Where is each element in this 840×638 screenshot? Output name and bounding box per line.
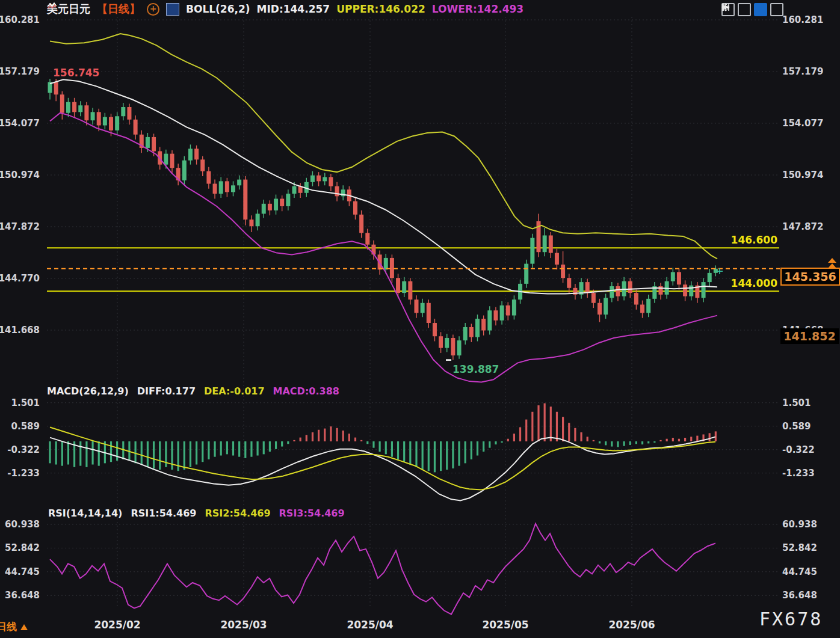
- candle: [408, 281, 412, 299]
- period-selector[interactable]: 日线: [0, 620, 28, 634]
- axis-label: 1.501: [782, 397, 811, 408]
- rsi2-value: RSI2:54.469: [205, 508, 270, 519]
- axis-label: 0.589: [11, 421, 40, 432]
- candle: [353, 201, 357, 215]
- x-axis-month-label: 2025/03: [220, 619, 267, 631]
- candle: [134, 120, 138, 135]
- scroll-to-last-icon[interactable]: [770, 3, 783, 16]
- candle: [97, 112, 101, 125]
- candle: [78, 105, 82, 112]
- candle: [451, 338, 455, 355]
- axis-label: -1.233: [782, 468, 815, 479]
- candle: [317, 176, 321, 182]
- add-indicator-icon[interactable]: +: [147, 3, 159, 16]
- rsi3-value: RSI3:54.469: [279, 508, 345, 519]
- auto-follow-icon[interactable]: [754, 3, 767, 16]
- candle: [365, 233, 369, 244]
- axis-label: 147.872: [0, 221, 40, 232]
- rsi-header: RSI(14,14,14) RSI1:54.469 RSI2:54.469 RS…: [48, 508, 345, 519]
- candle: [121, 107, 125, 116]
- macd-dea-value: DEA:-0.017: [204, 385, 265, 397]
- chart-canvas[interactable]: 160.281160.281157.179157.179154.077154.0…: [0, 0, 840, 638]
- period-low-marker: [446, 359, 451, 361]
- macd-diff-value: DIFF:0.177: [137, 385, 196, 397]
- level-label: 146.600: [731, 234, 778, 246]
- candle: [487, 310, 492, 330]
- axis-label: 150.974: [782, 170, 823, 180]
- macd-panel: [50, 403, 715, 473]
- axis-label: 60.938: [782, 519, 817, 530]
- axis-label: 44.745: [5, 566, 40, 577]
- candle: [640, 305, 644, 313]
- axis-label: 154.077: [782, 118, 823, 129]
- period-low-label: 139.887: [452, 363, 499, 375]
- axis-label: 36.648: [5, 590, 40, 601]
- boll-upper-value: UPPER:146.022: [336, 3, 425, 15]
- candle: [231, 185, 235, 192]
- rsi-title: RSI(14,14,14): [48, 508, 122, 519]
- rsi-line: [50, 524, 715, 615]
- candle: [628, 281, 632, 293]
- candle: [549, 235, 553, 253]
- candle: [225, 181, 229, 192]
- period-selector-label: 日线: [0, 620, 17, 634]
- candle: [439, 336, 443, 348]
- candle: [249, 219, 253, 226]
- candle: [115, 116, 119, 130]
- candle: [323, 177, 327, 181]
- axis-label: 141.668: [0, 325, 40, 336]
- axis-label: -1.233: [7, 468, 40, 479]
- macd-header: MACD(26,12,9) DIFF:0.177 DEA:-0.017 MACD…: [47, 385, 339, 397]
- boll-params-label: BOLL(26,2): [186, 3, 250, 15]
- candle: [194, 149, 199, 159]
- candle: [463, 327, 468, 340]
- period-up-triangle-icon: [20, 624, 28, 630]
- candle: [84, 105, 88, 120]
- candle: [310, 176, 315, 182]
- candle: [66, 102, 70, 113]
- candle: [286, 194, 290, 206]
- candle: [616, 286, 620, 296]
- candle: [634, 293, 638, 304]
- axis-label: 52.842: [782, 542, 817, 553]
- candle: [561, 265, 565, 278]
- chart-type-icon[interactable]: [166, 3, 179, 16]
- candle: [427, 303, 431, 323]
- period-high-label: 156.745: [53, 67, 99, 79]
- candle: [500, 305, 504, 321]
- candle: [567, 278, 571, 288]
- candle: [390, 258, 394, 278]
- candle: [689, 286, 693, 296]
- period-tag[interactable]: 【日线】: [97, 2, 140, 16]
- axis-label: 160.281: [0, 14, 40, 25]
- candle: [445, 338, 449, 348]
- candle: [268, 204, 272, 210]
- candle: [702, 282, 706, 298]
- candle: [610, 286, 614, 298]
- candle: [335, 186, 339, 197]
- axis-label: 154.077: [0, 118, 40, 129]
- level-label: 144.000: [731, 277, 778, 289]
- candle: [530, 238, 534, 264]
- candle: [506, 305, 510, 316]
- candle: [708, 273, 712, 282]
- candle: [421, 303, 425, 313]
- candle: [591, 293, 596, 303]
- price-up-arrows-icon: [828, 258, 836, 268]
- scroll-to-first-icon[interactable]: [738, 3, 751, 16]
- mini-line-chart-icon: [47, 2, 57, 10]
- axis-label: -0.322: [782, 444, 815, 455]
- candle: [683, 284, 687, 296]
- x-axis-month-label: 2025/06: [608, 619, 655, 631]
- candle: [200, 159, 205, 171]
- candle: [457, 340, 462, 355]
- candle: [146, 137, 150, 148]
- candle: [524, 264, 528, 284]
- boll-mid-line: [50, 79, 717, 293]
- candle: [475, 319, 480, 337]
- candle: [256, 213, 260, 226]
- candle: [469, 327, 474, 337]
- boll-lower-value: LOWER:142.493: [432, 3, 523, 15]
- candle: [396, 278, 400, 293]
- candle: [555, 253, 559, 265]
